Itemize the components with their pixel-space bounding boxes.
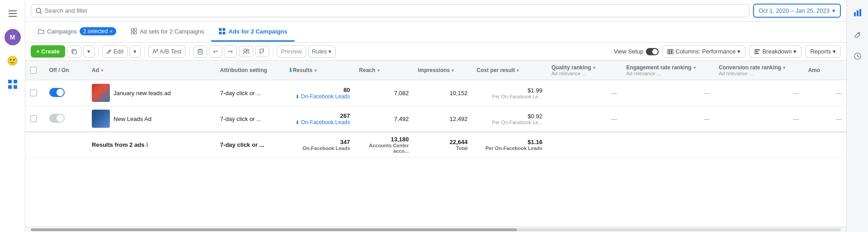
row1-cost-sub: Per On-Facebook Le... (477, 94, 542, 99)
row2-impressions-cell: 12,492 (413, 106, 472, 132)
rules-button[interactable]: Rules ▾ (308, 45, 336, 58)
row2-conversion: — (793, 116, 799, 122)
columns-button[interactable]: Columns: Performance ▾ (662, 45, 745, 58)
toolbar-separator-2 (144, 46, 145, 57)
delete-button[interactable] (193, 46, 207, 58)
row2-cost-sub: Per On-Facebook Le... (477, 120, 542, 125)
row1-reach: 7,082 (394, 90, 409, 97)
th-ad: Ad ▾ (87, 61, 216, 80)
row2-toggle[interactable] (49, 114, 65, 123)
scrollbar-track[interactable] (31, 228, 841, 231)
scrollbar-thumb[interactable] (31, 228, 517, 231)
pencil-icon-right[interactable] (850, 27, 865, 42)
row1-results-download-icon: ⬇ (295, 94, 299, 99)
edit-label: Edit (114, 48, 123, 55)
grid-icon[interactable] (5, 76, 21, 92)
undo-button[interactable]: ↩ (209, 45, 222, 58)
ab-test-button[interactable]: A/B Test (148, 45, 185, 58)
row1-engagement: — (704, 90, 710, 97)
horizontal-scrollbar[interactable] (25, 227, 846, 232)
summary-conversion-cell (714, 132, 803, 158)
row1-ad-thumbnail (92, 84, 110, 102)
duplicate-dropdown-button[interactable]: ▾ (83, 45, 95, 58)
clock-icon-right[interactable] (850, 49, 865, 63)
left-sidebar: M 🙂 (0, 0, 25, 232)
chart-icon-right[interactable] (850, 5, 865, 20)
summary-results-cell: 347 On-Facebook Leads (285, 132, 355, 158)
ads-table: Off / On Ad ▾ Attribution setting ℹ (25, 61, 846, 158)
svg-point-25 (244, 49, 247, 52)
hamburger-icon[interactable] (5, 5, 21, 22)
row1-checkbox-cell (25, 80, 45, 106)
create-button[interactable]: + Create (31, 45, 65, 58)
row1-conversion-cell: — (714, 80, 803, 106)
row1-amount: — (836, 90, 842, 97)
th-results: ℹ Results ▾ (285, 61, 355, 80)
redo-button[interactable]: ↪ (224, 45, 237, 58)
row2-results-cell: 267 ⬇ On-Facebook Leads (285, 106, 355, 132)
search-box[interactable] (31, 4, 749, 17)
row1-ad-name: January new leads ad (92, 84, 211, 102)
tab-campaigns[interactable]: Campaigns 2 selected × (31, 22, 123, 42)
ab-test-label: A/B Test (160, 48, 181, 55)
reports-label: Reports (810, 48, 831, 55)
preview-button[interactable]: Preview (277, 45, 306, 58)
row2-amount: — (836, 116, 842, 122)
row2-conversion-cell: — (714, 106, 803, 132)
th-cost: Cost per result ▾ (472, 61, 547, 80)
face-icon[interactable]: 🙂 (5, 53, 21, 69)
edit-dropdown-button[interactable]: ▾ (129, 45, 141, 58)
row1-ad-name-text: January new leads ad (114, 90, 171, 97)
row2-reach: 7,492 (394, 116, 409, 122)
svg-rect-9 (131, 29, 133, 31)
breakdown-label: Breakdown (762, 48, 792, 55)
audience-button[interactable] (239, 46, 253, 57)
th-off-on: Off / On (45, 61, 88, 80)
row1-reach-cell: 7,082 (355, 80, 413, 106)
table-header-row: Off / On Ad ▾ Attribution setting ℹ (25, 61, 846, 80)
row1-toggle[interactable] (49, 88, 65, 97)
svg-rect-4 (14, 80, 17, 83)
campaigns-badge[interactable]: 2 selected × (80, 27, 116, 35)
reports-chevron: ▾ (833, 48, 836, 55)
columns-chevron: ▾ (737, 48, 740, 55)
badge-text: 2 selected (83, 28, 108, 34)
svg-rect-28 (670, 49, 671, 54)
svg-rect-16 (223, 32, 225, 34)
view-setup-toggle[interactable] (646, 48, 659, 55)
audience-icon (243, 48, 249, 54)
row1-quality: — (612, 90, 617, 97)
row2-cost: $0.92 (477, 113, 542, 120)
ab-test-icon (152, 48, 158, 54)
breakdown-chevron: ▾ (793, 48, 797, 55)
row2-results-download-icon: ⬇ (295, 120, 299, 125)
summary-spacer (25, 132, 87, 158)
svg-rect-30 (754, 49, 760, 50)
edit-button[interactable]: Edit (102, 45, 128, 58)
svg-rect-10 (134, 29, 137, 31)
search-input[interactable] (45, 7, 745, 14)
svg-rect-29 (672, 49, 673, 54)
flag-button[interactable] (255, 46, 269, 57)
summary-info-icon: ℹ (146, 142, 148, 148)
tab-ads[interactable]: Ads for 2 Campaigns (211, 22, 294, 42)
breakdown-icon (754, 49, 760, 54)
row1-checkbox[interactable] (30, 89, 37, 97)
row2-results-type[interactable]: ⬇ On-Facebook Leads (289, 119, 350, 126)
date-picker[interactable]: Oct 1, 2020 – Jan 25, 2023 ▾ (753, 4, 841, 18)
badge-close[interactable]: × (109, 29, 112, 34)
select-all-checkbox[interactable] (30, 67, 37, 74)
summary-label: Results from 2 ads ℹ (92, 141, 148, 148)
tab-ad-sets[interactable]: Ad sets for 2 Campaigns (123, 23, 211, 42)
summary-cost: $1.16 (477, 139, 542, 145)
row2-amount-cell: — (803, 106, 846, 132)
breakdown-button[interactable]: Breakdown ▾ (749, 45, 802, 58)
row1-results-type[interactable]: ⬇ On-Facebook Leads (289, 93, 350, 100)
toolbar: + Create ▾ Edit ▾ A/B Test ↩ ↪ Preview (25, 43, 846, 61)
avatar[interactable]: M (5, 29, 21, 45)
row2-checkbox[interactable] (30, 115, 37, 122)
engagement-sort-icon: ▾ (693, 65, 696, 70)
duplicate-button[interactable] (67, 46, 81, 58)
reports-button[interactable]: Reports ▾ (805, 45, 841, 58)
row2-engagement: — (704, 116, 710, 122)
